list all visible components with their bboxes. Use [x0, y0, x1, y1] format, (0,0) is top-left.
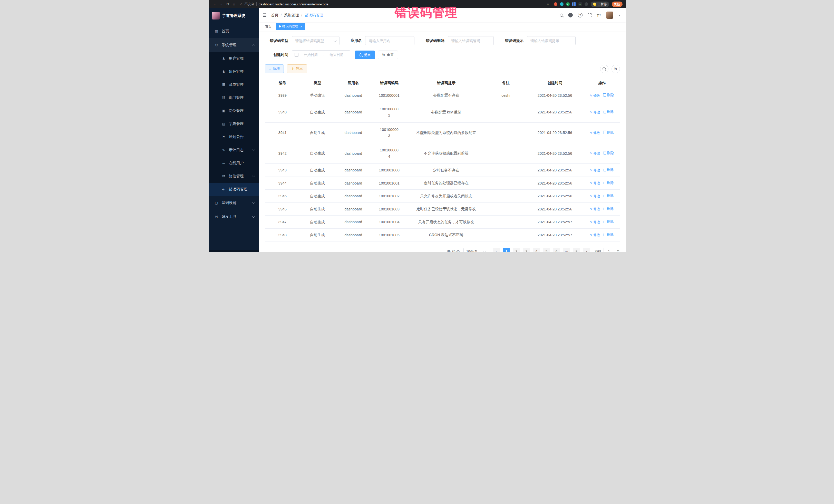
app-name-input[interactable] [365, 36, 414, 45]
page-button-3[interactable]: 3 [523, 248, 530, 252]
extension-icon-red[interactable] [554, 2, 557, 6]
next-page-button[interactable]: › [583, 248, 590, 252]
sidebar-item-menu-management[interactable]: ☰菜单管理 [208, 78, 259, 91]
breadcrumb-item[interactable]: 系统管理 [284, 13, 299, 18]
tab-home[interactable]: 首页 [263, 23, 274, 30]
cell-hint: 定时任务的处理器已经存在 [407, 177, 486, 190]
goto-page-input[interactable] [603, 248, 614, 252]
delete-link[interactable]: 删除 [603, 206, 614, 211]
sidebar-item-dev-tools[interactable]: ⚒研发工具 [208, 210, 259, 223]
logo[interactable]: 芋道管理系统 [208, 8, 259, 23]
reload-icon[interactable]: ↻ [224, 2, 231, 6]
sidebar-item-dept-management[interactable]: ☷部门管理 [208, 91, 259, 104]
extension-icon-teal[interactable] [560, 2, 564, 6]
show-search-button[interactable] [600, 65, 609, 73]
error-hint-input[interactable] [527, 36, 576, 45]
close-icon[interactable]: × [300, 25, 302, 28]
hamburger-icon[interactable]: ☰ [263, 13, 267, 18]
add-button[interactable]: + 新增 [265, 64, 284, 73]
extension-icon-green[interactable]: V [566, 2, 570, 6]
github-icon[interactable] [568, 13, 573, 18]
home-icon[interactable]: ⌂ [231, 2, 237, 6]
error-type-select[interactable] [292, 36, 339, 45]
pagination-ellipsis[interactable]: ··· [563, 248, 570, 252]
search-icon[interactable] [560, 14, 563, 17]
filter-error-hint: 错误码提示 [505, 36, 576, 45]
font-size-icon[interactable]: TT [597, 13, 601, 18]
edit-link[interactable]: ✎修改 [590, 168, 600, 173]
chevron-down-icon[interactable] [618, 15, 620, 17]
sidebar-item-system[interactable]: ⚙系统管理 [208, 38, 259, 52]
sidebar-item-online-users[interactable]: ∞在线用户 [208, 156, 259, 170]
sidebar-item-notice-announcement[interactable]: ⚑通知公告 [208, 130, 259, 144]
sidebar-item-user-management[interactable]: ♟用户管理 [208, 52, 259, 65]
page-button-1[interactable]: 1 [503, 248, 510, 252]
export-button[interactable]: ↥ 导出 [287, 64, 307, 73]
cell-code: 1001001002 [372, 190, 406, 203]
error-code-input[interactable] [448, 36, 494, 45]
page-button-2[interactable]: 2 [513, 248, 520, 252]
forward-icon[interactable]: → [218, 2, 224, 6]
page-size-select[interactable] [463, 248, 488, 252]
sidebar-item-dict-management[interactable]: ▤字典管理 [208, 117, 259, 130]
sidebar-item-role-management[interactable]: ♞角色管理 [208, 65, 259, 78]
edit-link[interactable]: ✎修改 [590, 220, 600, 224]
edit-link[interactable]: ✎修改 [590, 233, 600, 237]
delete-link[interactable]: 删除 [603, 219, 614, 224]
page-button-5[interactable]: 5 [543, 248, 550, 252]
edit-link[interactable]: ✎修改 [590, 151, 600, 156]
delete-link[interactable]: 删除 [603, 181, 614, 185]
start-date-placeholder[interactable]: 开始日期 [300, 52, 322, 57]
extension-icon-chart[interactable] [572, 2, 576, 6]
date-range-picker[interactable]: 开始日期 - 结束日期 [292, 50, 350, 59]
code-icon: ‹/› [221, 187, 226, 191]
sidebar-item-audit-log[interactable]: ✎审计日志 [208, 144, 259, 156]
edit-link[interactable]: ✎修改 [590, 131, 600, 135]
fullscreen-icon[interactable] [588, 13, 592, 17]
delete-link[interactable]: 删除 [603, 93, 614, 97]
edit-link[interactable]: ✎修改 [590, 194, 600, 199]
paused-badge[interactable]: 已暂停 [591, 2, 609, 7]
sidebar-collapse-bar[interactable] [208, 250, 259, 252]
security-label[interactable]: 不安全 [245, 2, 254, 6]
delete-link[interactable]: 删除 [603, 130, 614, 135]
tab-error-code[interactable]: 错误码管理× [276, 23, 305, 30]
delete-link[interactable]: 删除 [603, 194, 614, 198]
sidebar-item-home[interactable]: ▦首页 [208, 24, 259, 38]
pagination-pages: 123456···8 [501, 248, 581, 252]
page-button-8[interactable]: 8 [573, 248, 580, 252]
page-size-input[interactable] [463, 248, 488, 252]
sidebar-item-sms-management[interactable]: ✉短信管理 [208, 170, 259, 183]
url-text[interactable]: dashboard.yudao.iocoder.cn/system/error-… [259, 2, 328, 6]
update-button[interactable]: 更新 [612, 2, 622, 7]
delete-link[interactable]: 删除 [603, 168, 614, 172]
edit-link[interactable]: ✎修改 [590, 110, 600, 115]
edit-link[interactable]: ✎修改 [590, 207, 600, 212]
delete-link[interactable]: 删除 [603, 151, 614, 155]
reset-button[interactable]: ↻ 重置 [378, 50, 398, 59]
search-button[interactable]: 搜索 [355, 50, 375, 59]
refresh-table-button[interactable]: ↻ [612, 65, 620, 73]
edit-label: 修改 [593, 93, 600, 98]
edit-link[interactable]: ✎修改 [590, 181, 600, 185]
dept-icon: ☷ [221, 96, 226, 100]
error-type-label: 错误码类型 [265, 38, 288, 43]
delete-link[interactable]: 删除 [603, 110, 614, 114]
extension-icon-badge[interactable]: on [578, 2, 582, 6]
sidebar-item-error-code-management[interactable]: ‹/›错误码管理 [208, 183, 259, 196]
back-icon[interactable]: ← [212, 2, 218, 6]
end-date-placeholder[interactable]: 结束日期 [326, 52, 347, 57]
edit-link[interactable]: ✎修改 [590, 93, 600, 98]
page-button-6[interactable]: 6 [553, 248, 560, 252]
page-button-4[interactable]: 4 [533, 248, 540, 252]
sidebar-item-infrastructure[interactable]: ▢基础设施 [208, 196, 259, 210]
bookmark-star-icon[interactable]: ☆ [546, 2, 550, 6]
extension-icon-dark[interactable] [585, 2, 588, 6]
breadcrumb-item[interactable]: 首页 [271, 13, 279, 18]
trash-icon [603, 207, 606, 210]
user-avatar[interactable] [606, 12, 613, 19]
sidebar-item-post-management[interactable]: ▣岗位管理 [208, 104, 259, 117]
prev-page-button[interactable]: ‹ [493, 248, 500, 252]
delete-link[interactable]: 删除 [603, 233, 614, 237]
help-icon[interactable]: ? [578, 13, 583, 18]
